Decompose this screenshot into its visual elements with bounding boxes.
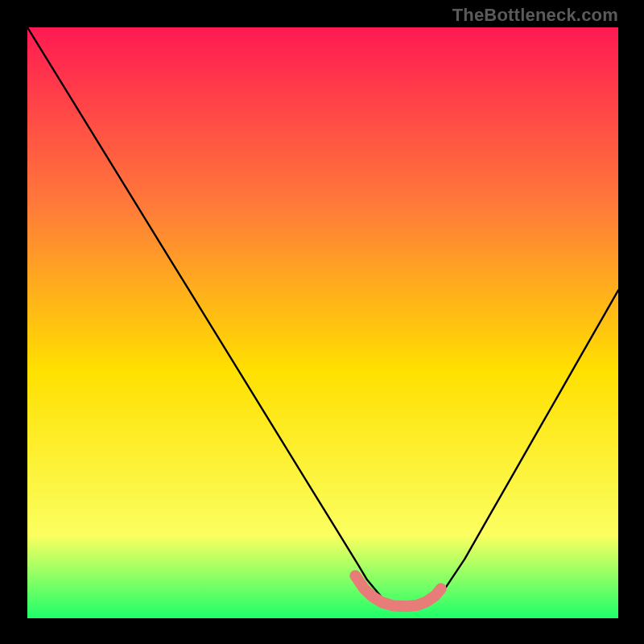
chart-frame: TheBottleneck.com [0, 0, 644, 644]
bottleneck-chart [27, 27, 618, 618]
plot-area [27, 27, 618, 618]
attribution-text: TheBottleneck.com [452, 5, 618, 26]
gradient-background [27, 27, 618, 618]
